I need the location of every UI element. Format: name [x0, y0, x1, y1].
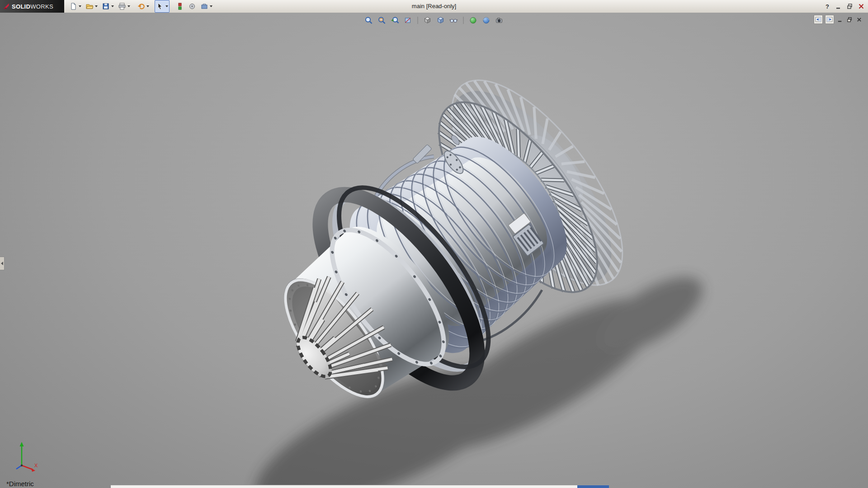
brand-works: WORKS — [30, 3, 53, 10]
standard-toolbar — [68, 1, 214, 12]
dropdown-arrow[interactable] — [79, 5, 81, 7]
options-button[interactable] — [187, 0, 198, 13]
pane-left-button[interactable] — [814, 15, 823, 24]
save-button[interactable] — [100, 0, 115, 13]
display-style-button[interactable] — [435, 15, 446, 25]
heads-up-toolbar — [363, 15, 505, 25]
zoom-to-fit-icon — [364, 16, 373, 25]
dropdown-arrow[interactable] — [165, 5, 168, 7]
document-window-controls — [814, 15, 863, 24]
doc-close-button[interactable] — [855, 16, 863, 23]
previous-view-button[interactable] — [390, 15, 401, 25]
undo-icon — [137, 2, 145, 10]
toolbox-button[interactable] — [199, 0, 214, 13]
dropdown-arrow[interactable] — [210, 5, 212, 7]
dropdown-arrow[interactable] — [127, 5, 130, 7]
toolbox-icon — [200, 2, 208, 10]
rebuild-indicator-button[interactable] — [175, 0, 185, 13]
view-settings-icon — [495, 16, 504, 25]
triad-x-label: X — [34, 463, 38, 468]
status-strip — [111, 485, 609, 488]
apply-scene-icon — [482, 16, 491, 25]
status-strip-accent — [577, 485, 609, 488]
select-icon — [156, 2, 164, 10]
view-orientation-icon — [423, 16, 432, 25]
minimize-button[interactable] — [835, 2, 843, 10]
toolbar-separator — [418, 17, 418, 24]
section-view-button[interactable] — [403, 15, 414, 25]
zoom-to-area-button[interactable] — [377, 15, 387, 25]
save-icon — [102, 2, 110, 10]
view-settings-button[interactable] — [494, 15, 505, 25]
toolbar-separator — [463, 17, 464, 24]
zoom-to-area-icon — [377, 16, 387, 25]
open-icon — [85, 2, 94, 10]
model-scene — [0, 13, 868, 488]
doc-restore-button[interactable] — [846, 16, 853, 23]
edit-appearance-icon — [469, 16, 478, 25]
options-icon — [188, 2, 196, 10]
restore-icon — [847, 17, 853, 23]
minimize-icon — [837, 17, 843, 23]
solidworks-window: SOLIDWORKS — [0, 0, 868, 488]
pane-left-icon — [815, 16, 821, 23]
open-button[interactable] — [84, 0, 99, 13]
title-bar: SOLIDWORKS — [0, 0, 868, 13]
dropdown-arrow[interactable] — [146, 5, 149, 7]
collapse-arrow-icon — [1, 262, 3, 265]
doc-minimize-button[interactable] — [836, 16, 844, 23]
hide-show-items-button[interactable] — [448, 15, 459, 25]
previous-view-icon — [391, 16, 400, 25]
apply-scene-button[interactable] — [481, 15, 492, 25]
window-controls: ? — [823, 0, 865, 13]
viewport-3d[interactable]: X *Dimetric — [0, 13, 868, 488]
new-button[interactable] — [68, 0, 83, 13]
solidworks-logo: SOLIDWORKS — [0, 0, 64, 13]
maximize-button[interactable] — [846, 2, 854, 10]
minimize-icon — [835, 3, 842, 9]
dropdown-arrow[interactable] — [111, 5, 114, 7]
pane-right-icon — [826, 16, 833, 23]
section-view-icon — [404, 16, 413, 25]
print-icon — [118, 2, 126, 10]
display-style-icon — [436, 16, 445, 25]
print-button[interactable] — [117, 0, 132, 13]
maximize-icon — [847, 3, 853, 9]
solidworks-logo-icon — [3, 3, 10, 10]
hide-show-items-icon — [449, 16, 458, 25]
close-button[interactable] — [857, 2, 865, 10]
triad-x-axis — [22, 465, 33, 469]
select-button[interactable] — [155, 0, 170, 13]
close-icon — [856, 17, 862, 23]
brand-solid: SOLID — [12, 3, 30, 10]
close-icon — [858, 3, 864, 9]
status-light-icon — [176, 2, 184, 10]
orientation-triad: X — [5, 438, 39, 476]
undo-button[interactable] — [136, 0, 151, 13]
view-orientation-button[interactable] — [422, 15, 433, 25]
new-icon — [69, 2, 77, 10]
pane-right-button[interactable] — [825, 15, 834, 24]
zoom-to-fit-button[interactable] — [363, 15, 374, 25]
view-orientation-label: *Dimetric — [6, 480, 34, 488]
help-button[interactable]: ? — [823, 2, 831, 10]
edit-appearance-button[interactable] — [468, 15, 479, 25]
dropdown-arrow[interactable] — [95, 5, 98, 7]
panel-splitter-tab[interactable] — [0, 257, 5, 270]
